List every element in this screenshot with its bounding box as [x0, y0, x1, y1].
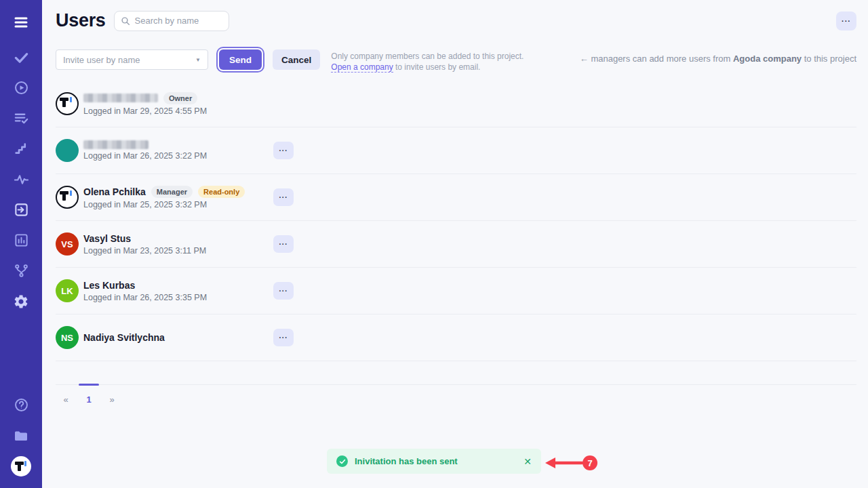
avatar-logo-part — [70, 97, 72, 102]
pulse-icon[interactable] — [0, 164, 42, 195]
invite-note-line1: Only company members can be added to thi… — [331, 52, 524, 61]
redacted-user-name — [83, 140, 149, 149]
app-logo[interactable] — [0, 451, 42, 481]
row-more-button[interactable]: ··· — [273, 282, 294, 300]
invite-select-placeholder: Invite user by name — [63, 55, 140, 65]
page-more-button[interactable]: ··· — [836, 12, 856, 30]
page-title: Users — [56, 10, 106, 31]
branch-icon[interactable] — [0, 256, 42, 286]
avatar: NS — [56, 326, 79, 349]
active-page-indicator — [79, 384, 99, 386]
user-row: Olena PchilkaManagerRead-only Logged in … — [56, 174, 856, 221]
manager-note: ← managers can add more users from Agoda… — [580, 49, 856, 64]
user-list: Owner Logged in Mar 29, 2025 4:55 PM Log… — [56, 81, 856, 361]
row-more-button[interactable]: ··· — [273, 142, 294, 159]
user-row: NS Nadiya Svitlychna ··· — [56, 314, 856, 361]
user-name-line — [83, 140, 273, 149]
pagination: « 1 » — [56, 384, 856, 405]
invite-note: Only company members can be added to thi… — [331, 49, 524, 73]
search-icon — [120, 16, 131, 29]
user-row: Logged in Mar 26, 2025 3:22 PM ··· — [56, 127, 856, 174]
toast-notification: Inivitation has been sent ✕ — [327, 449, 541, 474]
enter-icon[interactable] — [0, 195, 42, 225]
user-name-line: Nadiya Svitlychna — [83, 332, 273, 343]
user-info: Owner Logged in Mar 29, 2025 4:55 PM — [83, 92, 273, 116]
avatar: LK — [56, 279, 79, 302]
chevron-down-icon: ▼ — [195, 57, 201, 63]
avatar-logo-part — [62, 98, 66, 107]
search-input[interactable] — [114, 11, 229, 31]
user-logged-in: Logged in Mar 29, 2025 4:55 PM — [83, 106, 273, 116]
row-more-button[interactable]: ··· — [273, 329, 294, 346]
user-name-line: Vasyl Stus — [83, 233, 273, 244]
bar-chart-icon[interactable] — [0, 225, 42, 256]
avatar: VS — [56, 232, 79, 256]
avatar — [56, 186, 79, 209]
steps-icon[interactable] — [0, 134, 42, 164]
svg-text:7: 7 — [587, 458, 592, 468]
toast-message: Inivitation has been sent — [355, 456, 458, 466]
invite-user-select[interactable]: Invite user by name ▼ — [56, 49, 208, 70]
cancel-button[interactable]: Cancel — [273, 49, 320, 70]
help-icon[interactable] — [0, 390, 42, 420]
avatar — [56, 92, 79, 115]
user-name: Les Kurbas — [83, 280, 135, 291]
user-name-line: Les Kurbas — [83, 280, 273, 291]
pagination-next[interactable]: » — [104, 394, 120, 405]
user-logged-in: Logged in Mar 26, 2025 3:22 PM — [83, 151, 273, 161]
role-badge: Manager — [151, 186, 193, 198]
manager-note-suffix: to this project — [802, 54, 856, 64]
invite-bar: Invite user by name ▼ Send Cancel Only c… — [56, 49, 856, 73]
sidebar — [0, 0, 42, 488]
user-info: Les Kurbas Logged in Mar 26, 2025 3:35 P… — [83, 280, 273, 302]
user-name: Vasyl Stus — [83, 233, 131, 244]
user-row: VS Vasyl Stus Logged in Mar 23, 2025 3:1… — [56, 221, 856, 268]
user-name: Nadiya Svitlychna — [83, 332, 165, 343]
avatar — [56, 139, 79, 162]
user-logged-in: Logged in Mar 23, 2025 3:11 PM — [83, 246, 273, 256]
annotation-arrow-7: 7 — [544, 453, 599, 473]
page-header: Users ··· — [56, 0, 856, 31]
manager-note-prefix: ← managers can add more users from — [580, 54, 733, 64]
menu-icon[interactable] — [0, 7, 42, 37]
send-button[interactable]: Send — [219, 49, 262, 70]
avatar-logo-part — [70, 190, 72, 196]
folder-icon[interactable] — [0, 420, 42, 451]
row-more-button[interactable]: ··· — [273, 188, 294, 206]
play-circle-icon[interactable] — [0, 73, 42, 103]
pagination-prev[interactable]: « — [58, 394, 74, 405]
toast-close-icon[interactable]: ✕ — [524, 456, 532, 467]
user-info: Nadiya Svitlychna — [83, 332, 273, 343]
role-badge: Read-only — [198, 186, 245, 198]
redacted-user-name — [83, 94, 158, 102]
user-row: LK Les Kurbas Logged in Mar 26, 2025 3:3… — [56, 268, 856, 314]
avatar-logo-part — [62, 191, 66, 201]
user-logged-in: Logged in Mar 26, 2025 3:35 PM — [83, 293, 273, 302]
user-logged-in: Logged in Mar 25, 2025 3:32 PM — [83, 200, 273, 209]
manager-note-company: Agoda company — [733, 54, 802, 64]
user-name: Olena Pchilka — [83, 186, 146, 197]
check-icon[interactable] — [0, 42, 42, 73]
settings-icon[interactable] — [0, 286, 42, 317]
row-more-button[interactable]: ··· — [273, 235, 294, 253]
user-info: Vasyl Stus Logged in Mar 23, 2025 3:11 P… — [83, 233, 273, 256]
main-content: Users ··· Invite user by name ▼ Send Can… — [42, 0, 868, 488]
invite-note-line2: to invite users by email. — [393, 62, 481, 72]
user-info: Olena PchilkaManagerRead-only Logged in … — [83, 186, 273, 209]
user-name-line: Olena PchilkaManagerRead-only — [83, 186, 273, 198]
success-check-icon — [336, 455, 348, 467]
open-company-link[interactable]: Open a company — [331, 62, 393, 73]
list-check-icon[interactable] — [0, 103, 42, 134]
user-row: Owner Logged in Mar 29, 2025 4:55 PM — [56, 81, 856, 127]
search-wrap — [114, 11, 229, 31]
role-badge: Owner — [163, 92, 197, 104]
user-info: Logged in Mar 26, 2025 3:22 PM — [83, 140, 273, 161]
pagination-page-1[interactable]: 1 — [81, 394, 97, 405]
user-name-line: Owner — [83, 92, 273, 104]
